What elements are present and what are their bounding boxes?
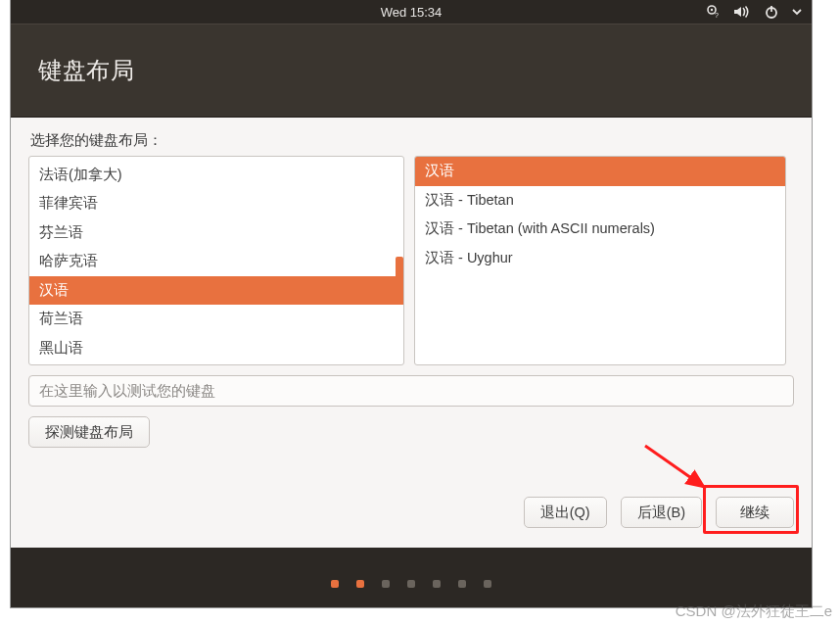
pager-dot [356,580,364,588]
list-item[interactable]: 汉语 - Uyghur [415,244,785,273]
quit-button[interactable]: 退出(Q) [524,497,607,528]
system-tray: ? [704,0,802,24]
pager-dot [433,580,441,588]
watermark: CSDN @法外狂徒王二e [676,602,832,621]
system-top-bar: Wed 15:34 ? [11,0,812,24]
keyboard-test-input[interactable] [28,375,794,407]
annotation-arrow [639,440,718,499]
list-item[interactable]: 荷兰语 [29,305,403,334]
list-item[interactable]: 汉语 - Tibetan (with ASCII numerals) [415,215,785,244]
page-header: 键盘布局 [11,24,812,118]
prompt-label: 选择您的键盘布局： [30,131,794,150]
continue-button[interactable]: 继续 [716,497,794,528]
scrollbar-thumb[interactable] [396,257,403,278]
list-item[interactable]: 汉语 [415,157,785,186]
language-list[interactable]: 法语(刚果民主共和国，刚果(金))法语(加拿大)菲律宾语芬兰语哈萨克语汉语荷兰语… [28,156,404,365]
step-pager [11,580,812,588]
list-item[interactable]: 汉语 [29,276,403,306]
svg-point-1 [711,9,713,11]
svg-text:?: ? [715,12,719,19]
accessibility-icon[interactable]: ? [704,5,720,19]
layout-variant-list[interactable]: 汉语汉语 - Tibetan汉语 - Tibetan (with ASCII n… [414,156,786,365]
page-title: 键盘布局 [38,55,134,86]
chevron-down-icon[interactable] [792,7,802,17]
list-item[interactable]: 哈萨克语 [29,247,403,276]
list-item[interactable]: 菲律宾语 [29,189,403,218]
power-icon[interactable] [765,5,778,19]
pager-dot [407,580,415,588]
list-item[interactable]: 汉语 - Tibetan [415,186,785,216]
svg-line-5 [645,446,704,487]
pager-dot [382,580,390,588]
list-item[interactable]: 法语(加拿大) [29,161,403,190]
volume-icon[interactable] [733,5,751,19]
pager-dot [331,580,339,588]
list-item[interactable]: 芬兰语 [29,218,403,248]
list-item[interactable]: 黑山语 [29,334,403,363]
pager-dot [458,580,466,588]
content-area: 选择您的键盘布局： 法语(刚果民主共和国，刚果(金))法语(加拿大)菲律宾语芬兰… [11,118,812,548]
detect-layout-button[interactable]: 探测键盘布局 [28,416,150,448]
back-button[interactable]: 后退(B) [621,497,702,528]
pager-dot [484,580,491,588]
clock: Wed 15:34 [381,5,443,20]
